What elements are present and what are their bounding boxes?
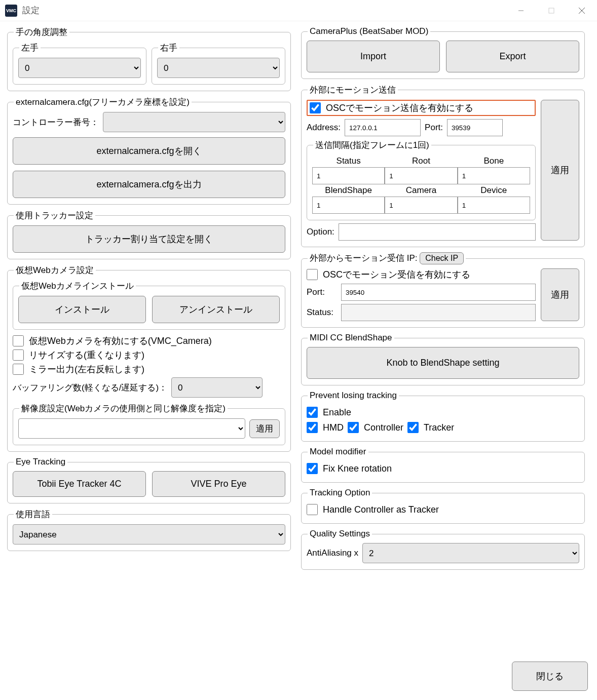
resize-checkbox[interactable]	[13, 349, 24, 361]
prevent-tracking-group: Prevent losing tracking Enable HMD Contr…	[301, 391, 585, 442]
install-webcam-button[interactable]: インストール	[18, 296, 146, 323]
uninstall-webcam-button[interactable]: アンインストール	[152, 296, 280, 323]
motion-recv-apply-button[interactable]: 適用	[541, 268, 579, 321]
send-option-label: Option:	[307, 227, 334, 237]
buffering-select[interactable]: 0	[171, 377, 263, 398]
interval-bone-header: Bone	[458, 155, 530, 167]
tracking-option-group: Tracking Option Handle Controller as Tra…	[301, 488, 585, 524]
mirror-label: ミラー出力(左右反転します)	[29, 363, 144, 375]
send-port-label: Port:	[425, 123, 443, 133]
prevent-controller-row[interactable]: Controller	[348, 422, 403, 433]
send-address-input[interactable]	[345, 119, 421, 136]
recv-status-output	[341, 304, 536, 321]
right-hand-select[interactable]: 0	[157, 58, 280, 78]
controller-number-label: コントローラー番号：	[13, 116, 99, 128]
open-tracker-assign-button[interactable]: トラッカー割り当て設定を開く	[13, 225, 285, 253]
motion-send-legend: 外部にモーション送信	[308, 84, 398, 96]
export-externalcamera-button[interactable]: externalcamera.cfgを出力	[13, 171, 285, 198]
model-modifier-group: Model modifier Fix Knee rotation	[301, 447, 585, 483]
vive-pro-eye-button[interactable]: VIVE Pro Eye	[152, 471, 285, 497]
cameraplus-import-button[interactable]: Import	[307, 41, 440, 72]
hand-angle-group: 手の角度調整 左手 0 右手 0	[7, 26, 291, 91]
prevent-controller-checkbox[interactable]	[348, 422, 359, 433]
interval-device-input[interactable]	[458, 197, 530, 214]
eye-tracking-group: Eye Tracking Tobii Eye Tracker 4C VIVE P…	[7, 457, 291, 503]
handle-controller-checkbox[interactable]	[307, 504, 318, 515]
tracker-settings-legend: 使用トラッカー設定	[14, 210, 95, 221]
interval-status-input[interactable]	[312, 167, 385, 184]
left-hand-select[interactable]: 0	[18, 58, 141, 78]
close-icon	[578, 7, 585, 14]
open-externalcamera-button[interactable]: externalcamera.cfgを開く	[13, 137, 285, 165]
knob-blendshape-button[interactable]: Knob to BlendShape setting	[307, 347, 579, 379]
interval-camera-input[interactable]	[385, 197, 457, 214]
left-hand-group: 左手 0	[13, 42, 146, 85]
enable-webcam-checkbox-row[interactable]: 仮想Webカメラを有効にする(VMC_Camera)	[13, 335, 285, 347]
fix-knee-row[interactable]: Fix Knee rotation	[307, 463, 579, 474]
mirror-checkbox[interactable]	[13, 364, 24, 375]
enable-webcam-checkbox[interactable]	[13, 335, 24, 346]
prevent-enable-checkbox[interactable]	[307, 407, 318, 418]
minimize-button[interactable]	[506, 0, 536, 21]
maximize-icon	[548, 8, 554, 14]
minimize-icon	[518, 8, 524, 14]
prevent-hmd-label: HMD	[323, 422, 344, 433]
midi-legend: MIDI CC BlendShape	[308, 333, 394, 343]
interval-device-header: Device	[458, 184, 530, 197]
send-port-input[interactable]	[447, 119, 503, 136]
fix-knee-checkbox[interactable]	[307, 463, 318, 474]
prevent-hmd-checkbox[interactable]	[307, 422, 318, 433]
prevent-enable-row[interactable]: Enable	[307, 407, 579, 418]
maximize-button[interactable]	[536, 0, 567, 21]
external-camera-group: externalcamera.cfg(フリーカメラ座標を設定) コントローラー番…	[7, 96, 291, 205]
prevent-tracker-row[interactable]: Tracker	[407, 422, 454, 433]
prevent-tracker-label: Tracker	[424, 422, 454, 433]
language-select[interactable]: Japanese	[13, 524, 285, 545]
check-ip-button[interactable]: Check IP	[420, 252, 464, 264]
model-modifier-legend: Model modifier	[308, 447, 368, 457]
resize-checkbox-row[interactable]: リサイズする(重くなります)	[13, 349, 285, 361]
resolution-apply-button[interactable]: 適用	[249, 419, 280, 438]
right-hand-legend: 右手	[158, 42, 179, 54]
prevent-tracking-legend: Prevent losing tracking	[308, 391, 399, 401]
resize-label: リサイズする(重くなります)	[29, 349, 144, 361]
osc-recv-enable-label: OSCでモーション受信を有効にする	[323, 268, 470, 281]
controller-number-select[interactable]	[103, 112, 285, 132]
osc-send-enable-label: OSCでモーション送信を有効にする	[326, 102, 473, 114]
quality-group: Quality Settings AntiAliasing x 2	[301, 529, 585, 570]
tracker-settings-group: 使用トラッカー設定 トラッカー割り当て設定を開く	[7, 210, 291, 259]
cameraplus-legend: CameraPlus (BeatSaber MOD)	[308, 26, 430, 36]
osc-send-enable-row[interactable]: OSCでモーション送信を有効にする	[310, 102, 533, 114]
send-option-input[interactable]	[339, 223, 536, 241]
language-group: 使用言語 Japanese	[7, 509, 291, 551]
recv-port-label: Port:	[307, 287, 337, 297]
titlebar: VMC 設定	[0, 0, 597, 21]
interval-status-header: Status	[312, 155, 385, 167]
motion-send-apply-button[interactable]: 適用	[541, 100, 579, 241]
mirror-checkbox-row[interactable]: ミラー出力(左右反転します)	[13, 363, 285, 375]
antialiasing-select[interactable]: 2	[362, 543, 579, 563]
send-interval-group: 送信間隔(指定フレームに1回) Status Root Bone BlendSh…	[307, 139, 536, 220]
left-hand-legend: 左手	[19, 42, 41, 54]
handle-controller-label: Handle Controller as Tracker	[323, 504, 439, 515]
handle-controller-row[interactable]: Handle Controller as Tracker	[307, 504, 579, 515]
tobii-button[interactable]: Tobii Eye Tracker 4C	[13, 471, 146, 497]
close-button[interactable]	[567, 0, 597, 21]
webcam-install-group: 仮想Webカメラインストール インストール アンインストール	[13, 280, 285, 330]
resolution-select[interactable]	[18, 418, 245, 439]
prevent-tracker-checkbox[interactable]	[407, 422, 419, 433]
prevent-hmd-row[interactable]: HMD	[307, 422, 344, 433]
cameraplus-export-button[interactable]: Export	[446, 41, 579, 72]
interval-camera-header: Camera	[385, 184, 457, 197]
motion-recv-legend: 外部からモーション受信 IP: Check IP	[308, 252, 466, 264]
osc-recv-enable-row[interactable]: OSCでモーション受信を有効にする	[307, 268, 536, 281]
recv-port-input[interactable]	[341, 284, 536, 301]
interval-root-input[interactable]	[385, 167, 457, 184]
close-dialog-button[interactable]: 閉じる	[512, 662, 588, 691]
language-legend: 使用言語	[14, 509, 52, 520]
osc-send-enable-checkbox[interactable]	[310, 102, 321, 113]
motion-send-group: 外部にモーション送信 OSCでモーション送信を有効にする Address: Po…	[301, 84, 585, 247]
osc-recv-enable-checkbox[interactable]	[307, 269, 318, 280]
interval-bone-input[interactable]	[458, 167, 530, 184]
interval-blendshape-input[interactable]	[312, 197, 385, 214]
